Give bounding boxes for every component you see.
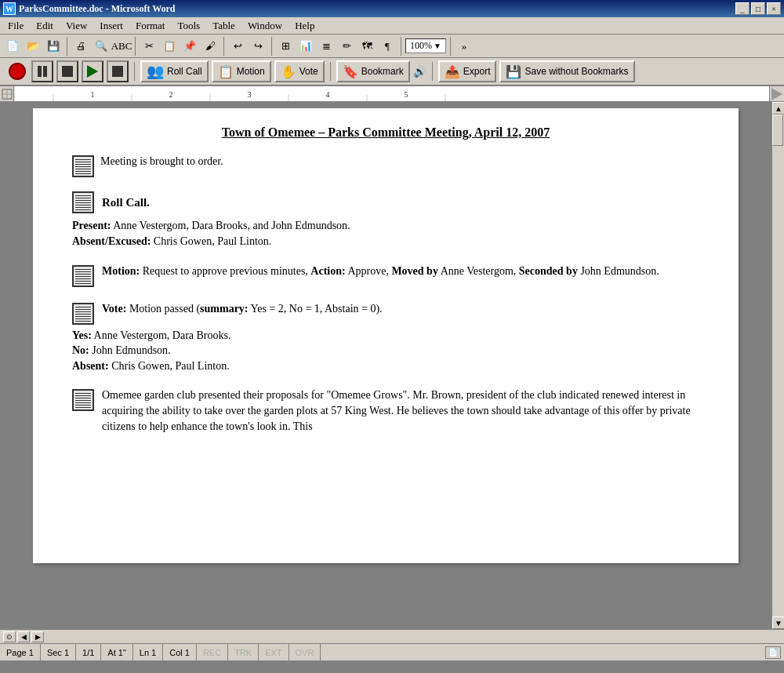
present-label: Present:: [72, 220, 111, 231]
vote-no: No: John Edmundson.: [72, 343, 699, 358]
vote-absent: Absent: Chris Gowen, Paul Linton.: [72, 358, 699, 374]
scroll-track[interactable]: [772, 115, 784, 617]
print-preview-button[interactable]: 🔍: [92, 37, 111, 56]
ruler-end-icon: [770, 86, 784, 102]
scroll-up-button[interactable]: ▲: [772, 102, 784, 115]
copy-button[interactable]: 📋: [160, 37, 179, 56]
document[interactable]: Town of Omemee – Parks Committee Meeting…: [33, 108, 739, 563]
status-page: Page 1: [0, 644, 41, 660]
vote-absent-label: Absent:: [72, 360, 109, 372]
scroll-down-button[interactable]: ▼: [772, 617, 784, 629]
rollcall-label: Roll Call: [167, 66, 202, 77]
export-button[interactable]: 📤 Export: [438, 60, 497, 82]
absent-excused-text: Chris Gowen, Paul Linton.: [151, 235, 271, 247]
svg-text:1: 1: [91, 90, 95, 99]
rec-sep3: [432, 62, 433, 81]
save-bookmarks-button[interactable]: 💾 Save without Bookmarks: [499, 60, 634, 82]
motion-icon: 📋: [218, 64, 234, 79]
browse-prev-button[interactable]: ◀: [17, 631, 30, 642]
print-button[interactable]: 🖨: [71, 37, 90, 56]
motion-button[interactable]: 📋 Motion: [212, 60, 271, 82]
svg-text:4: 4: [326, 90, 330, 99]
open-button[interactable]: 📂: [24, 37, 42, 56]
zoom-selector[interactable]: 100% ▼: [405, 38, 446, 53]
menu-view[interactable]: View: [60, 18, 93, 34]
motion-row: Motion: Request to approve previous minu…: [72, 264, 699, 287]
menu-tools[interactable]: Tools: [171, 18, 206, 34]
zoom-dropdown-icon[interactable]: ▼: [434, 42, 441, 50]
svg-text:5: 5: [405, 90, 408, 99]
ruler-left: [0, 86, 14, 102]
rollcall-heading: Roll Call.: [102, 195, 150, 211]
bookmark-icon: 🔖: [343, 64, 358, 79]
vertical-scrollbar[interactable]: ▲ ▼: [771, 102, 784, 629]
menu-edit[interactable]: Edit: [30, 18, 60, 34]
vote-absent-text: Chris Gowen, Paul Linton.: [109, 360, 230, 372]
window-controls[interactable]: _ □ ×: [735, 2, 781, 15]
columns-button[interactable]: ≣: [317, 37, 336, 56]
save-bookmarks-icon: 💾: [506, 64, 521, 79]
view-mode-button[interactable]: 📄: [765, 646, 781, 659]
menu-file[interactable]: File: [2, 18, 30, 34]
rollcall-button[interactable]: 👥 Roll Call: [140, 60, 209, 82]
seconded-label: Seconded by: [519, 265, 578, 277]
redo-button[interactable]: ↪: [249, 37, 267, 56]
play-button[interactable]: [82, 60, 103, 82]
minimize-button[interactable]: _: [735, 2, 750, 15]
doc-map-button[interactable]: 🗺: [358, 37, 376, 56]
cut-button[interactable]: ✂: [140, 37, 158, 56]
recording-toolbar: 👥 Roll Call 📋 Motion ✋ Vote 🔖 Bookmark 🔊…: [0, 58, 784, 86]
menu-format[interactable]: Format: [129, 18, 172, 34]
section-motion: Motion: Request to approve previous minu…: [72, 264, 699, 287]
show-hide-button[interactable]: ¶: [378, 37, 397, 56]
status-view-buttons[interactable]: 📄: [762, 646, 784, 659]
title-bar: W ParksCommittee.doc - Microsoft Word _ …: [0, 0, 784, 17]
zoom-value: 100%: [410, 40, 432, 52]
summary-text: Yes = 2, No = 1, Abstain = 0).: [249, 303, 383, 315]
format-painter-button[interactable]: 🖌: [201, 37, 220, 56]
app-icon: W: [3, 2, 16, 15]
status-sec: Sec 1: [41, 644, 76, 660]
menu-help[interactable]: Help: [289, 18, 321, 34]
scroll-thumb[interactable]: [772, 115, 783, 146]
paragraph-1: Meeting is brought to order.: [72, 154, 699, 177]
stop2-button[interactable]: [107, 60, 129, 82]
menu-window[interactable]: Window: [241, 18, 289, 34]
undo-button[interactable]: ↩: [228, 37, 247, 56]
ruler-end: [770, 86, 784, 102]
record-button[interactable]: [6, 60, 28, 82]
present-text: Anne Vestergom, Dara Brooks, and John Ed…: [111, 220, 350, 231]
bottom-scroll-select-button[interactable]: ⊙: [3, 631, 16, 642]
vote-content: Vote: Motion passed (summary: Yes = 2, N…: [102, 301, 383, 317]
browse-next-button[interactable]: ▶: [31, 631, 44, 642]
toolbar-sep4: [271, 37, 272, 56]
menu-insert[interactable]: Insert: [93, 18, 129, 34]
menu-table[interactable]: Table: [206, 18, 241, 34]
main-area: Town of Omemee – Parks Committee Meeting…: [0, 102, 784, 629]
vote-text: Motion passed (: [126, 303, 200, 315]
motion-label: Motion:: [102, 265, 140, 277]
ruler-body: 1 2 3 4 5: [14, 86, 770, 101]
export-label: Export: [463, 66, 491, 77]
insert-excel-button[interactable]: 📊: [296, 37, 315, 56]
more-button[interactable]: »: [455, 37, 474, 56]
new-button[interactable]: 📄: [3, 37, 22, 56]
drawing-button[interactable]: ✏: [337, 37, 356, 56]
vote-button[interactable]: ✋ Vote: [274, 60, 325, 82]
insert-table-button[interactable]: ⊞: [276, 37, 295, 56]
rec-sep2: [330, 62, 331, 81]
paste-button[interactable]: 📌: [180, 37, 199, 56]
no-text: John Edmundson.: [89, 344, 171, 356]
status-bar: Page 1 Sec 1 1/1 At 1" Ln 1 Col 1 REC TR…: [0, 643, 784, 660]
close-button[interactable]: ×: [767, 2, 781, 15]
save-button[interactable]: 💾: [44, 37, 63, 56]
vote-label: Vote:: [102, 303, 126, 315]
ruler-icon: [1, 88, 13, 100]
rollcall-absent: Absent/Excused: Chris Gowen, Paul Linton…: [72, 234, 699, 249]
bookmark-button[interactable]: 🔖 Bookmark: [336, 60, 410, 82]
spell-check-button[interactable]: ABC: [112, 37, 131, 56]
maximize-button[interactable]: □: [751, 2, 765, 15]
ruler-marks: 1 2 3 4 5: [14, 86, 769, 102]
pause-button[interactable]: [31, 60, 53, 82]
stop-button[interactable]: [56, 60, 78, 82]
